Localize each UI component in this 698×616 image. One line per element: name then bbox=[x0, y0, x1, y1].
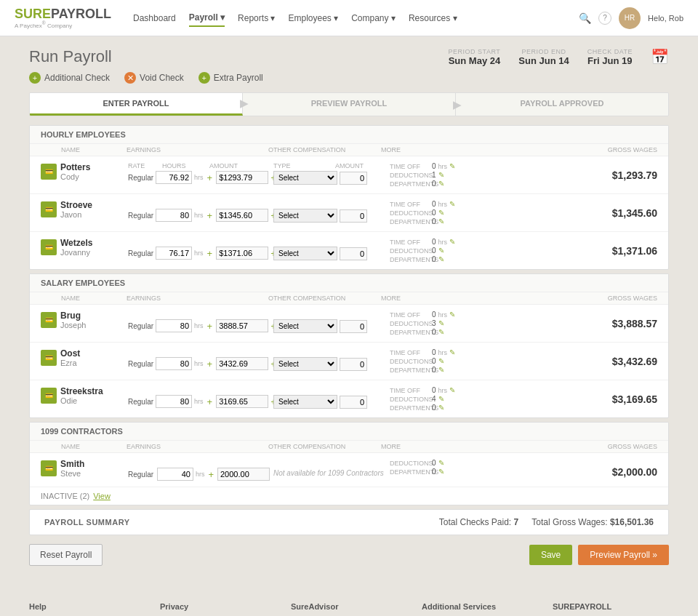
nav-payroll[interactable]: Payroll ▾ bbox=[189, 9, 225, 27]
help-icon[interactable]: ? bbox=[598, 12, 611, 25]
nav-resources[interactable]: Resources ▾ bbox=[409, 10, 457, 26]
time-off-edit[interactable]: ✎ bbox=[449, 386, 455, 394]
hours-input[interactable] bbox=[156, 319, 192, 332]
deductions-edit[interactable]: ✎ bbox=[438, 171, 444, 179]
time-off-edit[interactable]: ✎ bbox=[449, 311, 455, 319]
time-off-edit[interactable]: ✎ bbox=[449, 200, 455, 208]
nav-dashboard[interactable]: Dashboard bbox=[133, 10, 176, 26]
hours-plus-icon[interactable]: + bbox=[207, 396, 213, 407]
comp-type-select[interactable]: Select bbox=[273, 319, 337, 333]
deductions-label: DEDUCTIONS bbox=[390, 460, 430, 467]
user-name[interactable]: Helo, Rob bbox=[648, 14, 683, 23]
period-end-label: PERIOD END bbox=[518, 48, 569, 55]
calendar-icon[interactable]: 📅 bbox=[651, 48, 669, 65]
departments-value: 0 bbox=[432, 328, 436, 336]
departments-edit[interactable]: ✎ bbox=[438, 366, 444, 374]
amount-input[interactable] bbox=[216, 319, 268, 332]
hours-input[interactable] bbox=[156, 395, 192, 408]
footer-col-title: Additional Services bbox=[422, 602, 538, 611]
comp-amount-input[interactable] bbox=[340, 358, 367, 371]
contractors-section-header: 1099 CONTRACTORS bbox=[30, 423, 668, 441]
comp-amount-input[interactable] bbox=[340, 396, 367, 409]
departments-edit[interactable]: ✎ bbox=[438, 180, 444, 188]
deductions-edit[interactable]: ✎ bbox=[438, 209, 444, 217]
departments-label: DEPARTMENTS bbox=[390, 468, 430, 476]
check-date-label: CHECK DATE bbox=[587, 48, 633, 55]
hours-input[interactable] bbox=[156, 209, 192, 222]
deductions-value: 0 bbox=[432, 459, 436, 467]
time-off-edit[interactable]: ✎ bbox=[449, 238, 455, 246]
comp-amount-input[interactable] bbox=[340, 209, 367, 223]
time-off-value: 0 bbox=[432, 311, 436, 319]
time-off-unit: hrs bbox=[438, 387, 448, 394]
amount-input[interactable] bbox=[216, 357, 268, 370]
col-header-more: MORE bbox=[381, 295, 592, 302]
departments-edit[interactable]: ✎ bbox=[438, 255, 444, 263]
nav-menu: Dashboard Payroll ▾ Reports ▾ Employees … bbox=[133, 0, 579, 36]
step-payroll-approved[interactable]: PAYROLL APPROVED bbox=[456, 93, 668, 116]
departments-edit[interactable]: ✎ bbox=[438, 404, 444, 412]
amount-input[interactable] bbox=[216, 247, 268, 260]
hours-input[interactable] bbox=[156, 357, 192, 370]
hours-plus-icon[interactable]: + bbox=[207, 210, 213, 221]
hours-plus-icon[interactable]: + bbox=[207, 248, 213, 259]
hours-input[interactable] bbox=[156, 171, 192, 184]
inactive-view-link[interactable]: View bbox=[93, 492, 111, 500]
time-off-edit[interactable]: ✎ bbox=[449, 348, 455, 356]
nav-reports[interactable]: Reports ▾ bbox=[238, 10, 275, 26]
deductions-edit[interactable]: ✎ bbox=[438, 247, 444, 255]
nav-employees[interactable]: Employees ▾ bbox=[288, 10, 338, 26]
user-avatar[interactable]: HR bbox=[619, 7, 641, 29]
amount-input[interactable] bbox=[216, 395, 268, 408]
employee-firstname: Joseph bbox=[60, 321, 124, 329]
hours-plus-icon[interactable]: + bbox=[208, 469, 214, 480]
employee-firstname: Cody bbox=[60, 172, 124, 181]
comp-type-select[interactable]: Select bbox=[273, 357, 337, 371]
void-check-btn[interactable]: ✕ Void Check bbox=[124, 72, 184, 84]
departments-label: DEPARTMENTS bbox=[390, 367, 430, 374]
hrs-unit: hrs bbox=[194, 212, 204, 219]
save-button[interactable]: Save bbox=[529, 545, 572, 565]
comp-type-select[interactable]: Select bbox=[273, 209, 337, 223]
hours-plus-icon[interactable]: + bbox=[207, 172, 213, 183]
action-buttons: + Additional Check ✕ Void Check + Extra … bbox=[29, 72, 669, 84]
hours-plus-icon[interactable]: + bbox=[207, 359, 213, 369]
comp-amount-input[interactable] bbox=[340, 320, 367, 333]
type-col-label: TYPE bbox=[273, 162, 332, 169]
deductions-edit[interactable]: ✎ bbox=[438, 459, 444, 467]
amount-input[interactable] bbox=[216, 209, 268, 222]
departments-edit[interactable]: ✎ bbox=[438, 217, 444, 225]
additional-check-btn[interactable]: + Additional Check bbox=[29, 72, 110, 84]
deductions-edit[interactable]: ✎ bbox=[438, 319, 444, 327]
search-icon[interactable]: 🔍 bbox=[579, 12, 591, 24]
logo: SUREPAYROLL A Paychex® Company bbox=[15, 7, 111, 29]
comp-type-select[interactable]: Select bbox=[273, 247, 337, 260]
deductions-edit[interactable]: ✎ bbox=[438, 357, 444, 365]
footer-actions: Reset Payroll Save Preview Payroll » bbox=[29, 544, 669, 566]
step-preview-payroll[interactable]: PREVIEW PAYROLL ▶ bbox=[243, 93, 456, 116]
comp-amount-input[interactable] bbox=[340, 247, 367, 260]
time-off-unit: hrs bbox=[438, 201, 448, 208]
time-off-value: 0 bbox=[432, 162, 436, 170]
extra-payroll-btn[interactable]: + Extra Payroll bbox=[198, 72, 263, 84]
gross-wages: $3,432.69 bbox=[592, 348, 657, 367]
hours-input[interactable] bbox=[156, 247, 192, 260]
comp-amount-input[interactable] bbox=[340, 172, 367, 185]
reset-payroll-button[interactable]: Reset Payroll bbox=[29, 544, 103, 566]
comp-type-select[interactable]: Select bbox=[273, 395, 337, 409]
departments-edit[interactable]: ✎ bbox=[438, 468, 444, 476]
comp-type-select[interactable]: Select bbox=[273, 171, 337, 185]
hours-input[interactable] bbox=[157, 468, 193, 481]
hours-plus-icon[interactable]: + bbox=[207, 321, 213, 332]
employee-firstname: Ezra bbox=[60, 359, 124, 367]
summary-values: Total Checks Paid: 7 Total Gross Wages: … bbox=[439, 517, 654, 527]
nav-company[interactable]: Company ▾ bbox=[351, 10, 396, 26]
preview-payroll-button[interactable]: Preview Payroll » bbox=[578, 545, 669, 565]
step-enter-payroll[interactable]: ENTER PAYROLL ▶ bbox=[30, 93, 243, 116]
amount-input[interactable] bbox=[217, 468, 270, 481]
amount-input[interactable] bbox=[216, 171, 268, 184]
time-off-edit[interactable]: ✎ bbox=[449, 162, 455, 170]
departments-edit[interactable]: ✎ bbox=[438, 328, 444, 336]
deductions-edit[interactable]: ✎ bbox=[438, 395, 444, 403]
footer-col-title: SUREPAYROLL bbox=[553, 602, 669, 611]
